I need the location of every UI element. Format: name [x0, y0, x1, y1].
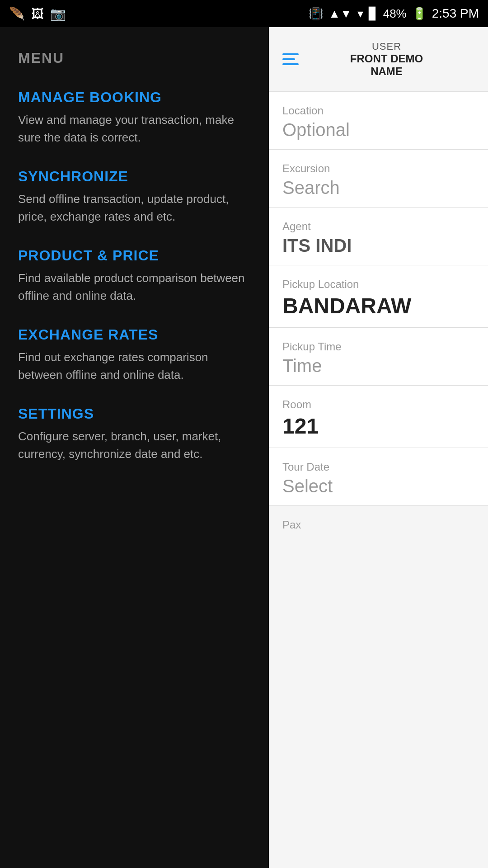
- field-label-pickup-time: Pickup Time: [282, 340, 474, 353]
- field-row-pickup-location[interactable]: Pickup Location BANDARAW: [269, 265, 488, 328]
- user-label: USER: [299, 41, 474, 52]
- menu-item-settings[interactable]: SETTINGS Configure server, branch, user,…: [18, 406, 251, 463]
- left-menu-panel: MENU MANAGE BOOKING View and manage your…: [0, 27, 269, 868]
- status-time: 2:53 PM: [432, 6, 479, 21]
- menu-line-2: [282, 58, 295, 60]
- main-container: MENU MANAGE BOOKING View and manage your…: [0, 27, 488, 868]
- menu-item-title-manage-booking: MANAGE BOOKING: [18, 89, 251, 106]
- menu-title: MENU: [18, 50, 251, 66]
- field-value-agent[interactable]: ITS INDI: [282, 236, 474, 256]
- menu-item-title-settings: SETTINGS: [18, 406, 251, 422]
- user-name: FRONT DEMO: [299, 52, 474, 65]
- menu-item-exchange-rates[interactable]: EXCHANGE RATES Find out exchange rates c…: [18, 326, 251, 384]
- field-row-pickup-time[interactable]: Pickup Time Time: [269, 328, 488, 386]
- menu-item-desc-settings: Configure server, branch, user, market, …: [18, 428, 251, 463]
- menu-item-product-price[interactable]: PRODUCT & PRICE Find available product c…: [18, 247, 251, 305]
- status-bar-right: 📳 ▲▼ ▾ ▊ 48% 🔋 2:53 PM: [309, 6, 479, 21]
- menu-item-desc-manage-booking: View and manage your transaction, make s…: [18, 111, 251, 146]
- menu-item-desc-product-price: Find available product comparison betwee…: [18, 269, 251, 305]
- user-info: USER FRONT DEMO NAME: [299, 36, 474, 82]
- signal-icon: ▲▼: [328, 7, 352, 21]
- menu-line-1: [282, 53, 299, 55]
- status-bar-left: 🪶 🖼 📷: [9, 6, 66, 21]
- menu-item-desc-exchange-rates: Find out exchange rates comparison betwe…: [18, 349, 251, 384]
- field-label-location: Location: [282, 104, 474, 117]
- menu-items-list: MANAGE BOOKING View and manage your tran…: [18, 89, 251, 463]
- vibrate-icon: 📳: [309, 7, 323, 21]
- field-value-location[interactable]: Optional: [282, 120, 474, 140]
- menu-item-manage-booking[interactable]: MANAGE BOOKING View and manage your tran…: [18, 89, 251, 146]
- field-row-excursion[interactable]: Excursion Search: [269, 150, 488, 208]
- field-value-pickup-location[interactable]: BANDARAW: [282, 293, 474, 318]
- field-value-excursion[interactable]: Search: [282, 178, 474, 198]
- image-icon: 🖼: [31, 6, 44, 21]
- fields-container: Location Optional Excursion Search Agent…: [269, 92, 488, 506]
- field-label-tour-date: Tour Date: [282, 461, 474, 473]
- right-panel: USER FRONT DEMO NAME Location Optional E…: [269, 27, 488, 868]
- notification-icon: 🪶: [9, 6, 25, 21]
- field-value-pickup-time[interactable]: Time: [282, 356, 474, 376]
- field-label-excursion: Excursion: [282, 162, 474, 175]
- menu-item-title-exchange-rates: EXCHANGE RATES: [18, 326, 251, 343]
- status-bar: 🪶 🖼 📷 📳 ▲▼ ▾ ▊ 48% 🔋 2:53 PM: [0, 0, 488, 27]
- field-row-room[interactable]: Room 121: [269, 386, 488, 448]
- user-subname: NAME: [299, 65, 474, 78]
- field-label-agent: Agent: [282, 220, 474, 233]
- field-row-location[interactable]: Location Optional: [269, 92, 488, 150]
- menu-item-desc-synchronize: Send offline transaction, update product…: [18, 190, 251, 226]
- menu-item-title-product-price: PRODUCT & PRICE: [18, 247, 251, 264]
- field-row-agent[interactable]: Agent ITS INDI: [269, 208, 488, 265]
- field-row-tour-date[interactable]: Tour Date Select: [269, 448, 488, 506]
- field-value-room[interactable]: 121: [282, 414, 474, 439]
- field-label-pickup-location: Pickup Location: [282, 278, 474, 291]
- camera-icon: 📷: [50, 6, 66, 21]
- pax-label: Pax: [269, 506, 488, 536]
- field-label-room: Room: [282, 398, 474, 411]
- signal-bars-icon: ▊: [369, 7, 378, 21]
- wifi-icon: ▾: [357, 7, 363, 21]
- menu-item-title-synchronize: SYNCHRONIZE: [18, 168, 251, 185]
- menu-item-synchronize[interactable]: SYNCHRONIZE Send offline transaction, up…: [18, 168, 251, 226]
- battery-percentage: 48%: [383, 7, 407, 21]
- hamburger-menu-icon[interactable]: [282, 53, 299, 65]
- user-header: USER FRONT DEMO NAME: [269, 27, 488, 92]
- menu-line-3: [282, 63, 299, 65]
- battery-icon: 🔋: [412, 7, 427, 21]
- right-content[interactable]: Location Optional Excursion Search Agent…: [269, 92, 488, 868]
- field-value-tour-date[interactable]: Select: [282, 476, 474, 496]
